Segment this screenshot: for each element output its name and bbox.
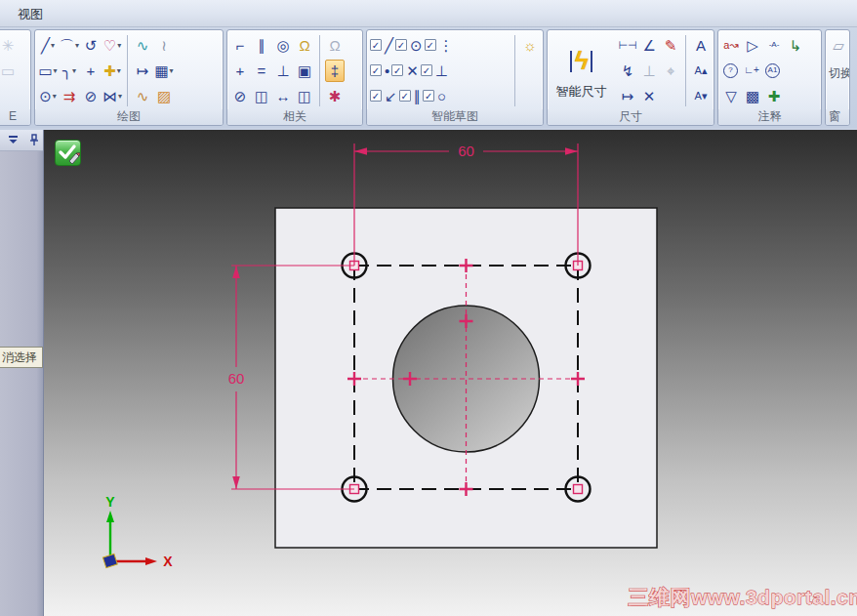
snap-perpendicular[interactable]: ✓⊥ (421, 60, 448, 82)
balloon-annotation[interactable]: ? (723, 63, 738, 78)
coincident-constraint[interactable]: ⌐ (230, 34, 250, 57)
point-tool[interactable]: + (81, 60, 101, 82)
symmetric-dimension[interactable]: ↯ (618, 60, 637, 82)
pipe-tool[interactable]: ≀ (154, 34, 174, 57)
leader-text-annotation[interactable]: a↝ (721, 34, 741, 57)
circle-label-annotation[interactable]: A1 (765, 63, 780, 78)
spline-edit-tool[interactable]: ∿ (133, 85, 152, 107)
drag-move-tool[interactable]: ✚▾ (102, 60, 122, 82)
offset-tool[interactable]: ⇉ (60, 85, 79, 107)
spline-heart-tool[interactable]: ♡▾ (102, 34, 122, 57)
snap-center[interactable]: ✓⊙ (395, 34, 423, 57)
show-constraints-toggle[interactable]: ‡ (325, 60, 345, 82)
table-edit-tool[interactable]: ▦▾ (154, 60, 174, 82)
arc-continue-tool[interactable]: ↺ (81, 34, 101, 57)
pin-icon[interactable] (28, 134, 40, 146)
circle-tool[interactable]: ⊙▾ (38, 85, 58, 107)
weld-annotation[interactable]: ▩ (743, 85, 762, 107)
spline-edit-tool-icon: ∿ (137, 89, 149, 103)
add-leader-annotation[interactable]: ✚ (764, 85, 784, 107)
dropdown-arrow-icon[interactable]: ▾ (117, 41, 121, 50)
dropdown-arrow-icon[interactable]: ▾ (117, 66, 121, 75)
sweep-curve-tool[interactable]: ∿ (133, 34, 152, 57)
arc-tool-icon: ⌒ (60, 38, 74, 53)
partial-gear-tool[interactable]: ✳ (0, 34, 18, 57)
label-annotation[interactable]: -A- (764, 34, 784, 57)
edit-dimension[interactable]: ✎ (661, 34, 680, 57)
node-leader-annotation[interactable]: ↳ (786, 34, 805, 57)
snap-midpoint[interactable]: ✓• (370, 60, 389, 82)
constraint-status[interactable]: ✱ (325, 85, 345, 107)
parallel-constraint[interactable]: ∥ (252, 34, 271, 57)
snap-vertical-checkbox[interactable]: ✓ (425, 39, 436, 51)
switch-button[interactable]: 切换 (826, 58, 850, 82)
snap-endpoint[interactable]: ✓╱ (370, 34, 393, 57)
mirror-tool[interactable]: ⋈▾ (102, 85, 122, 107)
snap-center-checkbox[interactable]: ✓ (395, 39, 407, 51)
tangent-constraint[interactable]: ⊘ (230, 85, 250, 107)
snap-extension[interactable]: ✓↙ (370, 85, 397, 107)
snap-endpoint-checkbox[interactable]: ✓ (370, 39, 382, 51)
line-tool[interactable]: ╱▾ (38, 34, 58, 57)
finish-sketch-button[interactable] (55, 140, 81, 166)
smart-dimension-button[interactable]: ϟ 智能尺寸 (548, 32, 615, 109)
fillet-tool[interactable]: ╮▾ (60, 60, 79, 82)
midpoint-constraint[interactable]: + (230, 60, 250, 82)
equal-constraint[interactable]: = (252, 60, 271, 82)
auto-constrain-locked[interactable]: Ω (325, 34, 345, 57)
dropdown-arrow-icon[interactable]: ▾ (75, 41, 79, 50)
linear-dimension[interactable]: ⊢⊣ (618, 34, 637, 57)
offset-dashed-tool[interactable]: ↦ (133, 60, 152, 82)
flag-annotation[interactable]: ▷ (743, 34, 762, 57)
chamfer-dimension[interactable]: ✕ (639, 85, 659, 107)
symmetric-constraint[interactable]: ◫ (252, 85, 271, 107)
snap-extension-checkbox[interactable]: ✓ (370, 90, 382, 102)
select-constraints[interactable]: ▣ (295, 60, 314, 82)
distance-constraint[interactable]: ↔ (273, 85, 293, 107)
snap-midpoint-checkbox[interactable]: ✓ (370, 64, 382, 76)
datum-dimension[interactable]: ⊥ (639, 60, 659, 82)
partial-rect-tool[interactable]: ▭ (0, 60, 18, 82)
dimension-top-value[interactable]: 60 (458, 143, 474, 159)
ellipse-tool[interactable]: ⊘ (81, 85, 101, 107)
lock-constraint[interactable]: Ω (295, 34, 314, 57)
dropdown-arrow-icon[interactable]: ▾ (51, 41, 55, 50)
dropdown-arrow-icon[interactable]: ▾ (54, 66, 58, 75)
snap-parallel[interactable]: ✓∥ (399, 85, 422, 107)
surface-finish-annotation[interactable]: ▽ (721, 85, 741, 107)
ordinate-dimension[interactable]: ↦ (618, 85, 637, 107)
dimension-left-value[interactable]: 60 (228, 370, 245, 387)
sketch-canvas[interactable]: 60 60 Y (44, 130, 857, 616)
hatch-tool[interactable]: ▨ (154, 85, 174, 107)
dropdown-arrow-icon[interactable]: ▾ (72, 66, 76, 75)
ribbon-group-draw: ╱▾⌒▾↺♡▾▭▾╮▾+✚▾⊙▾⇉⊘⋈▾ ∿≀↦▦▾∿▨ 绘图 (34, 29, 224, 126)
pick-dimension[interactable]: ⌖ (661, 60, 680, 82)
rectangle-tool[interactable]: ▭▾ (38, 60, 58, 82)
smart-pick-tool[interactable]: ☼ (520, 34, 540, 57)
snap-intersection-checkbox[interactable]: ✓ (391, 64, 403, 76)
snap-perpendicular-checkbox[interactable]: ✓ (421, 64, 432, 76)
symmetric-alt-constraint[interactable]: ◫ (295, 85, 314, 107)
group-label-right-partial: 窗 (826, 109, 849, 125)
datum-annotation[interactable]: ∟+ (742, 60, 761, 82)
arc-tool[interactable]: ⌒▾ (60, 34, 79, 57)
tab-view[interactable]: 视图 (18, 6, 43, 23)
partial-window-tool[interactable]: ▱ (829, 34, 848, 57)
snap-tangent[interactable]: ✓○ (423, 85, 446, 107)
text-larger[interactable]: A▴ (691, 60, 711, 82)
dropdown-arrow-icon[interactable]: ▾ (118, 92, 122, 101)
perpendicular-constraint[interactable]: ⊥ (273, 60, 293, 82)
text-smaller[interactable]: A▾ (691, 85, 711, 107)
dropdown-arrow-icon[interactable]: ▾ (170, 66, 174, 75)
concentric-constraint[interactable]: ◎ (273, 34, 293, 57)
dropdown-arrow-icon[interactable]: ▾ (53, 92, 57, 101)
collapse-chevron-icon[interactable] (7, 135, 20, 146)
snap-tangent-checkbox[interactable]: ✓ (423, 90, 434, 102)
clear-selection-button[interactable]: 消选择 (0, 347, 43, 368)
text-style[interactable]: A (691, 34, 711, 57)
group-label-draw: 绘图 (35, 109, 223, 125)
snap-intersection[interactable]: ✓✕ (391, 60, 419, 82)
snap-parallel-checkbox[interactable]: ✓ (399, 90, 411, 102)
angle-dimension[interactable]: ∠ (639, 34, 659, 57)
snap-vertical[interactable]: ✓⋮ (425, 34, 454, 57)
